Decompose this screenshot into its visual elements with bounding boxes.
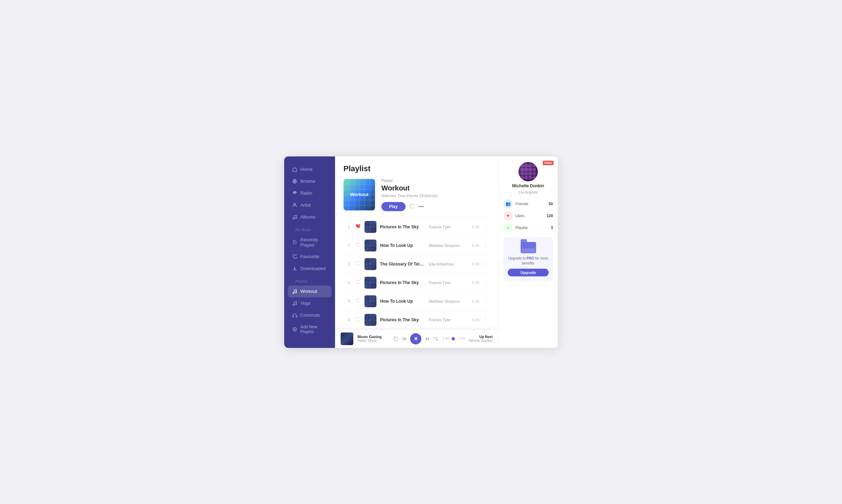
- track-thumbnail: [365, 221, 376, 233]
- track-artist: Matthew Simpson: [429, 299, 465, 303]
- svg-rect-9: [293, 315, 294, 317]
- track-thumbnail: [365, 295, 376, 307]
- sidebar-item-workout[interactable]: Workout: [288, 285, 332, 297]
- my-music-label: My Music: [288, 223, 332, 234]
- player-song-info: Moon Gazing Helen Stone: [357, 335, 389, 343]
- shuffle-button[interactable]: [433, 336, 438, 341]
- avatar: [519, 162, 538, 181]
- track-thumbnail: [365, 277, 376, 289]
- track-artist: Matthew Simpson: [429, 243, 465, 248]
- sidebar-item-commute[interactable]: Commute: [288, 309, 332, 321]
- track-artist: Ella Robertson: [429, 262, 465, 266]
- track-duration: 2:30: [469, 262, 479, 266]
- sidebar-item-yoga[interactable]: Yoga: [288, 297, 332, 309]
- playlist-header: Workout Playlist Workout Watches Time Pi…: [343, 179, 490, 211]
- play-button[interactable]: Play: [381, 202, 406, 211]
- add-playlist-button[interactable]: Add New Playlist: [288, 321, 332, 337]
- stat-label: Playlist: [515, 226, 548, 230]
- user-name: Michelle Dunkin: [512, 183, 544, 188]
- track-artist: Francis Tyler: [429, 225, 465, 229]
- svg-point-2: [294, 203, 295, 205]
- cover-label: Workout: [350, 192, 368, 197]
- track-duration: 3:28: [469, 318, 479, 322]
- upgrade-button[interactable]: Upgrade: [508, 269, 549, 276]
- player-thumbnail: [341, 332, 353, 345]
- track-like-button[interactable]: [355, 261, 361, 267]
- svg-point-5: [293, 292, 294, 294]
- up-next-label: Up Next: [469, 335, 493, 339]
- svg-point-1: [294, 193, 295, 194]
- track-more-button[interactable]: ⋮: [483, 317, 488, 323]
- sidebar-item-artist[interactable]: Artist: [288, 199, 332, 211]
- playlist-label: Playlist: [288, 275, 332, 285]
- sidebar-bottom: Add New Playlist: [284, 321, 335, 341]
- track-number: 6: [346, 317, 352, 322]
- player-song-artist: Helen Stone: [357, 339, 389, 343]
- svg-point-6: [295, 291, 297, 293]
- track-more-button[interactable]: ⋮: [483, 298, 488, 304]
- track-info: Pictures In The Sky: [380, 280, 425, 285]
- track-info: The Glossary Of Telescopes: [380, 262, 425, 267]
- svg-rect-12: [415, 337, 416, 340]
- progress-track[interactable]: [452, 338, 455, 339]
- pro-text: PRO: [527, 256, 534, 260]
- track-like-button[interactable]: [355, 243, 361, 248]
- globe-icon: [292, 179, 298, 184]
- sidebar-item-albums[interactable]: Albums: [288, 211, 332, 223]
- track-duration: 4:26: [469, 243, 479, 248]
- stat-value: 3: [551, 226, 553, 230]
- heart-icon: [292, 254, 298, 260]
- next-button[interactable]: [425, 336, 430, 341]
- track-info: How To Look Up: [380, 299, 425, 304]
- track-like-button[interactable]: [355, 280, 361, 285]
- stat-icon-likes: ♥: [503, 211, 513, 220]
- track-title: The Glossary Of Telescopes: [380, 262, 425, 267]
- sidebar-item-favourite[interactable]: Favourite: [288, 251, 332, 263]
- music2-icon: [292, 301, 298, 306]
- track-duration: 4:26: [469, 299, 479, 303]
- svg-point-7: [293, 304, 294, 305]
- playlist-info: Playlist Workout Watches Time Pieces Of …: [381, 179, 490, 211]
- up-next-artist: Winnie Gordon: [469, 339, 493, 343]
- sidebar-item-downloaded[interactable]: Downloaded: [288, 263, 332, 275]
- sidebar-item-radio[interactable]: Radio: [288, 187, 332, 199]
- repeat-button[interactable]: [393, 336, 398, 341]
- sidebar-item-home[interactable]: Home: [288, 163, 332, 175]
- track-like-button[interactable]: [355, 224, 361, 230]
- track-more-button[interactable]: ⋮: [483, 261, 488, 267]
- progress-thumb: [452, 337, 455, 340]
- stats-row: 👥 Friends 50 ♥ Likes 120 ♫ Playlist 3: [503, 199, 553, 232]
- track-like-button[interactable]: [355, 317, 361, 323]
- sidebar-item-recently-played[interactable]: Recently Played: [288, 234, 332, 251]
- svg-point-4: [295, 217, 297, 219]
- track-item: 5 How To Look Up Matthew Simpson 4:26 ⋮: [343, 292, 490, 311]
- track-number: 3: [346, 262, 352, 267]
- sidebar-item-browse[interactable]: Browse: [288, 175, 332, 187]
- playlist-like-button[interactable]: [409, 204, 415, 209]
- track-more-button[interactable]: ⋮: [483, 280, 488, 285]
- prev-button[interactable]: [402, 336, 407, 341]
- playlist-more-button[interactable]: •••: [418, 203, 424, 210]
- svg-rect-10: [296, 315, 297, 317]
- track-thumbnail: [365, 258, 376, 270]
- music-note-icon: [292, 214, 298, 220]
- track-title: Pictures In The Sky: [380, 317, 425, 322]
- playlist-cover: Workout: [343, 179, 375, 210]
- up-next: Up Next Winnie Gordon: [469, 335, 493, 343]
- current-time: 1:50: [442, 337, 449, 341]
- main-nav: Home Browse Radio: [284, 163, 335, 321]
- track-title: Pictures In The Sky: [380, 224, 425, 229]
- plus-circle-icon: [292, 327, 298, 332]
- track-more-button[interactable]: ⋮: [483, 224, 488, 230]
- stat-icon-friends: 👥: [503, 199, 513, 208]
- play-pause-button[interactable]: [410, 333, 421, 344]
- track-more-button[interactable]: ⋮: [483, 243, 488, 248]
- refresh-icon: [292, 240, 298, 245]
- track-number: 5: [346, 299, 352, 304]
- track-title: How To Look Up: [380, 243, 425, 248]
- track-like-button[interactable]: [355, 298, 361, 304]
- track-title: How To Look Up: [380, 299, 425, 304]
- track-artist: Francis Tyler: [429, 318, 465, 322]
- player-controls: [393, 333, 438, 344]
- stat-label: Friends: [515, 202, 546, 206]
